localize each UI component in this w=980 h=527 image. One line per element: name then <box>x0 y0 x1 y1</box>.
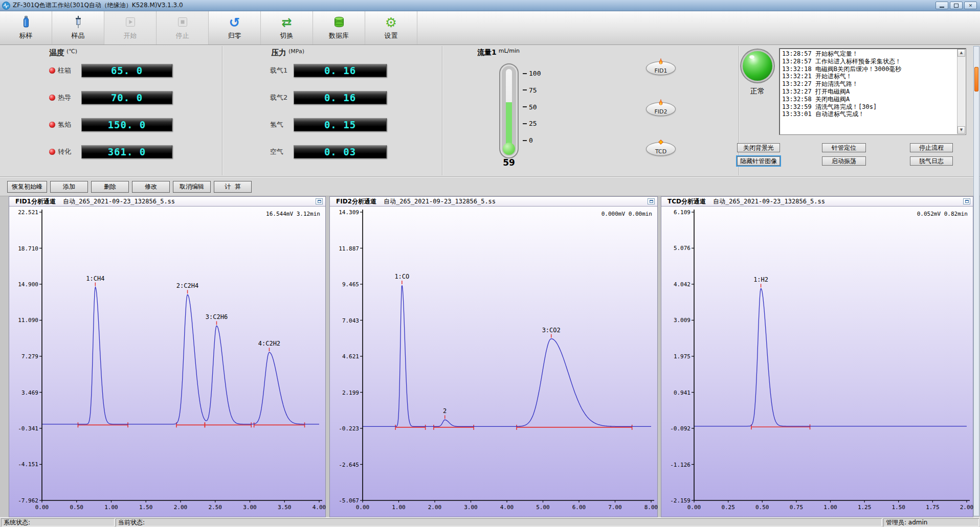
control-panel: 温度(℃) 柱箱65. 0热导70. 0氢焰150. 0转化361. 0 压力(… <box>0 45 980 177</box>
svg-text:-0.341: -0.341 <box>18 425 38 432</box>
temperature-row: 柱箱65. 0 <box>49 64 172 77</box>
log-line: 13:28:57 工作站进入标样预备采集状态！ <box>782 58 956 65</box>
edit-button[interactable]: 恢复初始峰 <box>7 181 47 193</box>
toolbar-button-label: 数据库 <box>329 31 349 40</box>
restore-window-icon[interactable] <box>963 198 970 204</box>
svg-text:3.469: 3.469 <box>21 389 38 396</box>
detector-button-tcd[interactable]: TCD <box>646 142 676 156</box>
pressure-group-title: 压力(MPa) <box>271 48 304 58</box>
log-scrollbar[interactable]: ▲ ▼ <box>957 49 965 134</box>
temperature-display: 70. 0 <box>81 91 172 104</box>
scroll-down-icon[interactable]: ▼ <box>957 126 965 134</box>
chart-header: FID1分析通道 自动_265_2021-09-23_132856_5.ss <box>9 197 325 207</box>
svg-text:0.50: 0.50 <box>70 504 84 511</box>
toolbar-button-stop: 停止 <box>157 11 209 44</box>
reset-arrow-icon: ↺ <box>229 16 240 29</box>
close-button[interactable]: ✕ <box>964 2 977 9</box>
svg-text:1.50: 1.50 <box>139 504 153 511</box>
action-button[interactable]: 停止流程 <box>910 143 953 152</box>
chart-panel-fid1: FID1分析通道 自动_265_2021-09-23_132856_5.ss 2… <box>9 196 326 517</box>
application-window: ZF-301Q色谱工作站(301Q自动（绝缘油）K528.M)V3.1.3.0 … <box>0 0 980 527</box>
edit-button[interactable]: 计 算 <box>214 181 252 193</box>
svg-text:4.042: 4.042 <box>674 281 691 288</box>
action-button[interactable]: 隐藏针管图像 <box>737 156 780 166</box>
svg-text:4.621: 4.621 <box>342 353 359 360</box>
svg-text:0.25: 0.25 <box>721 504 735 511</box>
action-button[interactable]: 关闭背景光 <box>737 143 780 152</box>
edit-button[interactable]: 添加 <box>50 181 88 193</box>
pressure-display: 0. 16 <box>294 91 387 104</box>
temperature-row: 热导70. 0 <box>49 91 172 104</box>
svg-text:14.900: 14.900 <box>18 281 38 288</box>
svg-text:11.090: 11.090 <box>18 317 38 324</box>
system-status-field: 系统状态: <box>1 518 115 526</box>
action-button[interactable]: 启动振荡 <box>822 156 866 166</box>
stop-icon <box>176 15 189 30</box>
pressure-row: 空气0. 03 <box>270 145 387 158</box>
pressure-label: 空气 <box>270 147 294 156</box>
peak-edit-toolbar: 恢复初始峰添加删除修改取消编辑计 算 <box>0 177 980 196</box>
svg-text:2.50: 2.50 <box>209 504 222 511</box>
action-button[interactable]: 脱气日志 <box>910 156 953 166</box>
current-status-field: 当前状态: <box>116 518 882 526</box>
chart-plot[interactable]: 14.30911.8879.4657.0434.6212.199-0.223-2… <box>330 207 657 517</box>
edit-button[interactable]: 删除 <box>91 181 129 193</box>
scroll-up-icon[interactable]: ▲ <box>957 49 965 57</box>
chart-header: TCD分析通道 自动_265_2021-09-23_132856_5.ss <box>661 197 973 207</box>
toolbar-button-gear[interactable]: ⚙设置 <box>365 11 417 44</box>
log-line: 13:32:59 清洗气路完成！[30s] <box>782 103 956 111</box>
minimize-button[interactable] <box>936 2 948 9</box>
chart-file-name: 自动_265_2021-09-23_132856_5.ss <box>63 197 175 206</box>
syringe-icon <box>72 15 85 30</box>
svg-text:4:C2H2: 4:C2H2 <box>258 340 280 347</box>
flow-thermometer <box>499 63 519 158</box>
svg-text:3:CO2: 3:CO2 <box>542 327 561 334</box>
svg-text:-2.159: -2.159 <box>670 497 691 504</box>
toolbar-button-switch-arrows[interactable]: ⇄切换 <box>261 11 313 44</box>
svg-text:0.00: 0.00 <box>687 504 701 511</box>
status-log[interactable]: 13:28:57 开始标气定量！13:28:57 工作站进入标样预备采集状态！1… <box>779 48 966 135</box>
svg-text:1.00: 1.00 <box>823 504 837 511</box>
log-line: 13:32:18 电磁阀B关闭后缓冲！3000毫秒 <box>782 65 956 73</box>
divider <box>222 46 222 175</box>
svg-text:-4.151: -4.151 <box>18 461 38 468</box>
pressure-display: 0. 16 <box>294 64 387 77</box>
chart-title: FID2分析通道 <box>336 197 376 206</box>
svg-text:0.052mV 0.82min: 0.052mV 0.82min <box>917 211 968 217</box>
chart-plot[interactable]: 6.1095.0764.0423.0091.9750.941-0.092-1.1… <box>661 207 973 517</box>
svg-text:1:H2: 1:H2 <box>753 276 768 283</box>
restore-window-icon[interactable] <box>648 198 655 204</box>
pressure-label: 氢气 <box>270 120 294 129</box>
detector-label: FID2 <box>647 108 675 115</box>
detector-button-fid1[interactable]: FID1 <box>646 61 676 75</box>
edit-button[interactable]: 修改 <box>132 181 170 193</box>
maximize-button[interactable] <box>950 2 963 9</box>
chart-plot[interactable]: 22.52118.71014.90011.0907.2793.469-0.341… <box>9 207 325 517</box>
pressure-display: 0. 03 <box>294 145 387 158</box>
svg-text:6.00: 6.00 <box>572 504 586 511</box>
toolbar-button-syringe[interactable]: 样品 <box>52 11 104 44</box>
pressure-row: 载气20. 16 <box>270 91 387 104</box>
thermometer-bulb <box>503 143 515 155</box>
play-icon <box>124 15 137 30</box>
temperature-group-title: 温度(℃) <box>49 48 77 58</box>
toolbar-button-database[interactable]: 数据库 <box>313 11 365 44</box>
temperature-row: 转化361. 0 <box>49 145 172 158</box>
chart-file-name: 自动_265_2021-09-23_132856_5.ss <box>713 197 825 206</box>
toolbar-button-label: 切换 <box>280 31 294 40</box>
svg-text:1.00: 1.00 <box>392 504 406 511</box>
pressure-row: 氢气0. 15 <box>270 118 387 131</box>
right-scrollbar-thumb[interactable] <box>974 67 978 91</box>
status-lamp <box>743 51 772 81</box>
restore-window-icon[interactable] <box>316 198 323 204</box>
detector-button-fid2[interactable]: FID2 <box>646 102 676 116</box>
window-title: ZF-301Q色谱工作站(301Q自动（绝缘油）K528.M)V3.1.3.0 <box>13 1 183 10</box>
toolbar-button-gas-cylinder[interactable]: 标样 <box>0 11 52 44</box>
svg-text:0.00: 0.00 <box>356 504 370 511</box>
edit-button[interactable]: 取消编辑 <box>173 181 211 193</box>
toolbar-button-reset-arrow[interactable]: ↺归零 <box>209 11 261 44</box>
action-button[interactable]: 针管定位 <box>822 143 866 152</box>
switch-arrows-icon: ⇄ <box>281 16 292 29</box>
svg-text:0.50: 0.50 <box>755 504 769 511</box>
svg-text:0.75: 0.75 <box>790 504 804 511</box>
